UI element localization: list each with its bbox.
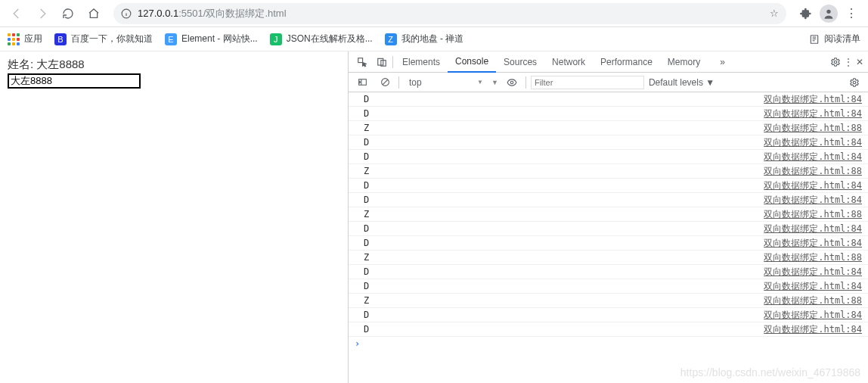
log-source-link[interactable]: 双向数据绑定.html:84 bbox=[764, 237, 862, 250]
reading-list-button[interactable]: 阅读清单 bbox=[809, 33, 860, 45]
svg-point-16 bbox=[510, 81, 513, 84]
profile-avatar[interactable] bbox=[820, 5, 838, 23]
log-source-link[interactable]: 双向数据绑定.html:88 bbox=[764, 251, 862, 264]
apps-icon bbox=[8, 33, 20, 45]
console-log-row[interactable]: D双向数据绑定.html:84 bbox=[349, 179, 868, 193]
console-log-row[interactable]: D双向数据绑定.html:84 bbox=[349, 107, 868, 121]
devtools-close-icon[interactable]: ✕ bbox=[856, 57, 863, 67]
bookmark-label: 我的地盘 - 禅道 bbox=[401, 33, 464, 45]
console-sidebar-toggle-icon[interactable] bbox=[353, 73, 371, 92]
console-log-row[interactable]: D双向数据绑定.html:84 bbox=[349, 135, 868, 150]
devtools-tab-memory[interactable]: Memory bbox=[660, 51, 708, 73]
console-log-row[interactable]: D双向数据绑定.html:84 bbox=[349, 322, 868, 337]
console-toolbar: top ▼ Default levels ▼ bbox=[349, 73, 868, 92]
devtools-tab-performance[interactable]: Performance bbox=[593, 51, 660, 73]
bookmark-label: 百度一下，你就知道 bbox=[71, 33, 153, 45]
console-log-row[interactable]: D双向数据绑定.html:84 bbox=[349, 150, 868, 164]
inspect-icon[interactable] bbox=[353, 53, 371, 71]
clear-console-icon[interactable] bbox=[376, 73, 394, 92]
log-source-link[interactable]: 双向数据绑定.html:84 bbox=[764, 309, 862, 322]
name-label: 姓名: 大左8888 bbox=[8, 58, 340, 72]
log-message: D bbox=[364, 324, 764, 335]
devtools-tab-network[interactable]: Network bbox=[544, 51, 593, 73]
log-source-link[interactable]: 双向数据绑定.html:88 bbox=[764, 294, 862, 307]
svg-point-17 bbox=[853, 81, 856, 84]
menu-icon[interactable]: ⋮ bbox=[845, 6, 857, 20]
reading-list-icon bbox=[809, 34, 820, 45]
log-message: D bbox=[364, 137, 764, 148]
console-log-row[interactable]: D双向数据绑定.html:84 bbox=[349, 92, 868, 107]
star-icon[interactable]: ☆ bbox=[770, 8, 779, 19]
bookmark-label: Element - 网站快... bbox=[181, 33, 258, 45]
extensions-icon[interactable] bbox=[800, 8, 812, 20]
log-source-link[interactable]: 双向数据绑定.html:84 bbox=[764, 194, 862, 207]
console-log-row[interactable]: D双向数据绑定.html:84 bbox=[349, 193, 868, 207]
log-source-link[interactable]: 双向数据绑定.html:88 bbox=[764, 208, 862, 221]
bookmark-item[interactable]: JJSON在线解析及格... bbox=[270, 33, 373, 45]
console-log-row[interactable]: Z双向数据绑定.html:88 bbox=[349, 251, 868, 265]
console-log-row[interactable]: D双向数据绑定.html:84 bbox=[349, 222, 868, 236]
console-log-list[interactable]: D双向数据绑定.html:84D双向数据绑定.html:84Z双向数据绑定.ht… bbox=[349, 92, 868, 383]
log-source-link[interactable]: 双向数据绑定.html:84 bbox=[764, 280, 862, 293]
site-info-icon[interactable] bbox=[121, 8, 132, 19]
tabs-overflow[interactable]: » bbox=[712, 51, 733, 73]
bookmark-favicon: J bbox=[270, 33, 282, 45]
console-log-row[interactable]: Z双向数据绑定.html:88 bbox=[349, 121, 868, 135]
address-bar[interactable]: 127.0.0.1:5501/双向数据绑定.html ☆ bbox=[113, 3, 786, 24]
bookmark-favicon: E bbox=[165, 33, 177, 45]
console-log-row[interactable]: D双向数据绑定.html:84 bbox=[349, 236, 868, 251]
log-source-link[interactable]: 双向数据绑定.html:88 bbox=[764, 122, 862, 135]
bookmarks-bar: 应用 B百度一下，你就知道EElement - 网站快...JJSON在线解析及… bbox=[0, 27, 868, 51]
console-log-row[interactable]: Z双向数据绑定.html:88 bbox=[349, 207, 868, 222]
console-log-row[interactable]: Z双向数据绑定.html:88 bbox=[349, 294, 868, 308]
log-source-link[interactable]: 双向数据绑定.html:84 bbox=[764, 93, 862, 106]
bookmark-item[interactable]: B百度一下，你就知道 bbox=[54, 33, 153, 45]
back-button[interactable] bbox=[6, 3, 27, 24]
page-content: 姓名: 大左8888 bbox=[0, 51, 348, 383]
log-message: Z bbox=[364, 166, 764, 176]
devtools-menu-icon[interactable]: ⋮ bbox=[844, 57, 853, 67]
log-message: D bbox=[364, 108, 764, 119]
reading-list-label: 阅读清单 bbox=[824, 33, 860, 45]
log-message: D bbox=[364, 238, 764, 248]
console-log-row[interactable]: D双向数据绑定.html:84 bbox=[349, 308, 868, 322]
console-settings-icon[interactable] bbox=[845, 73, 863, 92]
live-expression-icon[interactable] bbox=[503, 73, 521, 92]
console-prompt[interactable]: › bbox=[349, 337, 868, 349]
apps-label: 应用 bbox=[24, 33, 42, 45]
name-input[interactable] bbox=[8, 73, 141, 89]
svg-line-15 bbox=[383, 79, 388, 85]
reload-button[interactable] bbox=[57, 3, 79, 24]
console-log-row[interactable]: Z双向数据绑定.html:88 bbox=[349, 164, 868, 179]
log-message: D bbox=[364, 151, 764, 162]
log-message: D bbox=[364, 195, 764, 205]
log-source-link[interactable]: 双向数据绑定.html:84 bbox=[764, 266, 862, 279]
home-button[interactable] bbox=[83, 3, 104, 24]
forward-button[interactable] bbox=[32, 3, 53, 24]
log-source-link[interactable]: 双向数据绑定.html:84 bbox=[764, 107, 862, 120]
devtools-tab-console[interactable]: Console bbox=[448, 51, 496, 73]
settings-icon[interactable] bbox=[830, 57, 841, 67]
context-selector[interactable]: top bbox=[404, 76, 487, 89]
log-source-link[interactable]: 双向数据绑定.html:84 bbox=[764, 136, 862, 149]
devtools-panel: ElementsConsoleSourcesNetworkPerformance… bbox=[348, 51, 868, 383]
devtools-tab-elements[interactable]: Elements bbox=[395, 51, 448, 73]
console-log-row[interactable]: D双向数据绑定.html:84 bbox=[349, 279, 868, 294]
log-message: D bbox=[364, 266, 764, 277]
log-source-link[interactable]: 双向数据绑定.html:84 bbox=[764, 179, 862, 192]
bookmark-item[interactable]: EElement - 网站快... bbox=[165, 33, 258, 45]
svg-point-11 bbox=[834, 61, 837, 64]
log-source-link[interactable]: 双向数据绑定.html:84 bbox=[764, 151, 862, 163]
log-source-link[interactable]: 双向数据绑定.html:84 bbox=[764, 323, 862, 336]
log-message: D bbox=[364, 223, 764, 234]
console-log-row[interactable]: D双向数据绑定.html:84 bbox=[349, 265, 868, 279]
log-source-link[interactable]: 双向数据绑定.html:84 bbox=[764, 223, 862, 235]
log-levels-selector[interactable]: Default levels ▼ bbox=[649, 77, 715, 88]
log-source-link[interactable]: 双向数据绑定.html:88 bbox=[764, 165, 862, 178]
apps-shortcut[interactable]: 应用 bbox=[8, 33, 42, 45]
device-toggle-icon[interactable] bbox=[373, 53, 391, 71]
bookmark-favicon: B bbox=[54, 33, 67, 45]
devtools-tab-sources[interactable]: Sources bbox=[496, 51, 544, 73]
bookmark-item[interactable]: Z我的地盘 - 禅道 bbox=[385, 33, 464, 45]
console-filter-input[interactable] bbox=[531, 76, 644, 89]
